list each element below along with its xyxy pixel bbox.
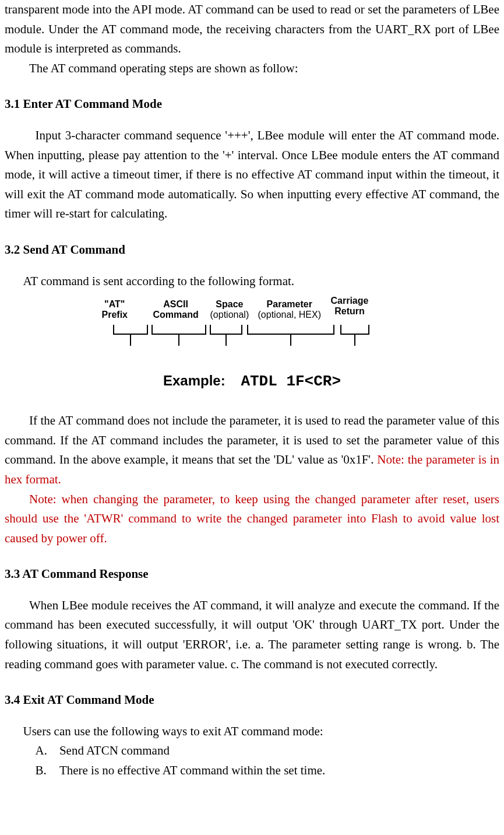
at-command-format-figure: "AT" Prefix ASCII Command Space (optiona… (5, 296, 499, 401)
section-3-4-intro: Users can use the following ways to exit… (5, 722, 499, 742)
intro-paragraph-2: The AT command operating steps are shown… (5, 59, 499, 79)
list-letter-b: B. (36, 761, 52, 781)
figure-example-command: ATDL 1F<CR> (241, 373, 341, 390)
heading-3-2: 3.2 Send AT Command (5, 240, 499, 260)
list-letter-a: A. (36, 741, 52, 761)
section-3-2-note-paragraph: Note: when changing the parameter, to ke… (5, 490, 499, 549)
heading-3-1: 3.1 Enter AT Command Mode (5, 94, 499, 114)
figure-example-row: Example: ATDL 1F<CR> (112, 370, 392, 394)
figure-label-parameter: Parameter (optional, HEX) (258, 299, 322, 320)
list-text-b: There is no effective AT command within … (59, 761, 325, 781)
section-3-3-paragraph: When LBee module receives the AT command… (5, 596, 499, 674)
section-3-2-paragraph-2: If the AT command does not include the p… (5, 411, 499, 489)
figure-label-at-prefix: "AT" Prefix (102, 299, 128, 320)
list-text-a: Send ATCN command (59, 741, 170, 761)
section-3-4-list: A. Send ATCN command B. There is no effe… (5, 741, 499, 780)
list-item: A. Send ATCN command (36, 741, 500, 761)
figure-label-space: Space (optional) (210, 299, 249, 320)
figure-label-carriage-return: Carriage Return (331, 296, 369, 316)
figure-label-ascii-command: ASCII Command (153, 299, 199, 320)
figure-example-label: Example: (163, 373, 225, 388)
heading-3-3: 3.3 AT Command Response (5, 564, 499, 584)
figure-brackets-svg (112, 324, 392, 356)
section-3-1-paragraph: Input 3-character command sequence '+++'… (5, 126, 499, 224)
list-item: B. There is no effective AT command with… (36, 761, 500, 781)
section-3-2-intro: AT command is sent according to the foll… (5, 272, 499, 292)
intro-paragraph-1: transparent mode into the API mode. AT c… (5, 0, 499, 59)
heading-3-4: 3.4 Exit AT Command Mode (5, 690, 499, 710)
